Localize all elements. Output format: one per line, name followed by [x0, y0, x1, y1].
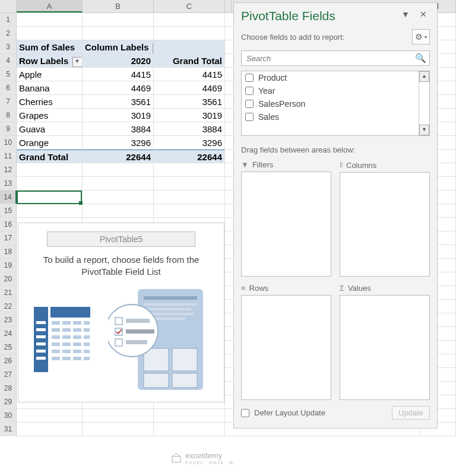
- col-header-b[interactable]: B: [83, 0, 154, 12]
- row-header-22[interactable]: 22: [0, 300, 17, 313]
- cell-c13[interactable]: [154, 177, 225, 190]
- cell-c6[interactable]: 4469: [154, 81, 225, 94]
- row-header-26[interactable]: 26: [0, 354, 17, 367]
- col-header-d-edge[interactable]: [225, 0, 232, 12]
- cell-c1[interactable]: [154, 13, 225, 26]
- cell-a3[interactable]: Sum of Sales: [17, 40, 83, 53]
- cell-a1[interactable]: [17, 13, 83, 26]
- cell-c10[interactable]: 3296: [154, 136, 225, 149]
- cell-c5[interactable]: 4415: [154, 68, 225, 81]
- cell-a6[interactable]: Banana: [17, 81, 83, 94]
- row-header-31[interactable]: 31: [0, 423, 17, 436]
- cell-c7[interactable]: 3561: [154, 95, 225, 108]
- cell-b30[interactable]: [83, 409, 154, 422]
- cell-b15[interactable]: [83, 204, 154, 217]
- row-header-29[interactable]: 29: [0, 395, 17, 408]
- row-header-17[interactable]: 17: [0, 231, 17, 245]
- cell-b13[interactable]: [83, 177, 154, 190]
- row-header-14[interactable]: 14: [0, 191, 17, 204]
- columns-dropzone[interactable]: [340, 172, 430, 277]
- row-header-2[interactable]: 2: [0, 27, 17, 40]
- cell-c30[interactable]: [154, 409, 225, 422]
- field-sales-checkbox[interactable]: [245, 113, 254, 121]
- cell-c31[interactable]: [154, 423, 225, 436]
- cell-a5[interactable]: Apple: [17, 68, 83, 81]
- field-year-checkbox[interactable]: [245, 87, 254, 95]
- defer-checkbox[interactable]: [241, 409, 249, 417]
- scroll-down-icon[interactable]: ▼: [419, 125, 429, 135]
- cell-c4[interactable]: Grand Total: [154, 54, 225, 67]
- field-salesperson-checkbox[interactable]: [245, 100, 254, 108]
- field-salesperson[interactable]: SalesPerson: [242, 97, 429, 110]
- cell-b10[interactable]: 3296: [83, 136, 154, 149]
- cell-a9[interactable]: Guava: [17, 122, 83, 135]
- row-header-4[interactable]: 4: [0, 54, 17, 67]
- row-header-3[interactable]: 3: [0, 40, 17, 53]
- cell-a8[interactable]: Grapes: [17, 109, 83, 122]
- cell-c8[interactable]: 3019: [154, 109, 225, 122]
- row-header-25[interactable]: 25: [0, 341, 17, 354]
- pane-dropdown-icon[interactable]: ▼: [399, 9, 412, 23]
- row-header-16[interactable]: 16: [0, 218, 17, 231]
- cell-b9[interactable]: 3884: [83, 122, 154, 135]
- field-product-checkbox[interactable]: [245, 74, 254, 82]
- cell-c3[interactable]: [154, 40, 225, 53]
- cell-b1[interactable]: [83, 13, 154, 26]
- cell-b3[interactable]: Column Labels ▼: [83, 40, 154, 53]
- cell-b4[interactable]: 2020: [83, 54, 154, 67]
- cell-a4[interactable]: Row Labels ▼: [17, 54, 83, 67]
- field-scrollbar[interactable]: ▲ ▼: [419, 71, 429, 135]
- row-header-28[interactable]: 28: [0, 382, 17, 395]
- rows-dropzone[interactable]: [241, 295, 331, 400]
- row-header-6[interactable]: 6: [0, 81, 17, 94]
- cell-a12[interactable]: [17, 163, 83, 176]
- update-button[interactable]: Update: [392, 406, 430, 420]
- row-header-5[interactable]: 5: [0, 68, 17, 81]
- cell-b7[interactable]: 3561: [83, 95, 154, 108]
- cell-a7[interactable]: Cherries: [17, 95, 83, 108]
- cell-b31[interactable]: [83, 423, 154, 436]
- cell-a14[interactable]: [17, 191, 83, 204]
- row-header-27[interactable]: 27: [0, 368, 17, 381]
- row-header-18[interactable]: 18: [0, 245, 17, 258]
- gear-icon[interactable]: ⚙: [412, 29, 430, 45]
- row-header-8[interactable]: 8: [0, 109, 17, 122]
- cell-c2[interactable]: [154, 27, 225, 40]
- col-header-c[interactable]: C: [154, 0, 225, 12]
- row-header-10[interactable]: 10: [0, 136, 17, 149]
- cell-b11[interactable]: 22644: [83, 150, 154, 163]
- row-header-13[interactable]: 13: [0, 177, 17, 190]
- row-header-7[interactable]: 7: [0, 95, 17, 108]
- cell-a11[interactable]: Grand Total: [17, 150, 83, 163]
- scroll-up-icon[interactable]: ▲: [419, 71, 429, 82]
- cell-a2[interactable]: [17, 27, 83, 40]
- filters-dropzone[interactable]: [241, 172, 331, 277]
- cell-a15[interactable]: [17, 204, 83, 217]
- row-header-1[interactable]: 1: [0, 13, 17, 26]
- scroll-track[interactable]: [419, 82, 429, 125]
- cell-b12[interactable]: [83, 163, 154, 176]
- cell-c15[interactable]: [154, 204, 225, 217]
- row-header-21[interactable]: 21: [0, 286, 17, 299]
- cell-a13[interactable]: [17, 177, 83, 190]
- cell-a31[interactable]: [17, 423, 83, 436]
- field-year[interactable]: Year: [242, 84, 429, 97]
- select-all-corner[interactable]: [0, 0, 17, 12]
- cell-c9[interactable]: 3884: [154, 122, 225, 135]
- cell-b14[interactable]: [83, 191, 154, 204]
- row-header-11[interactable]: 11: [0, 150, 17, 163]
- row-labels-dropdown[interactable]: ▼: [72, 57, 83, 67]
- search-input[interactable]: [241, 50, 430, 66]
- cell-a10[interactable]: Orange: [17, 136, 83, 149]
- row-header-20[interactable]: 20: [0, 272, 17, 285]
- row-header-30[interactable]: 30: [0, 409, 17, 422]
- close-icon[interactable]: ✕: [417, 9, 430, 23]
- row-header-19[interactable]: 19: [0, 259, 17, 272]
- field-sales[interactable]: Sales: [242, 110, 429, 123]
- values-dropzone[interactable]: [340, 295, 430, 400]
- cell-c11[interactable]: 22644: [154, 150, 225, 163]
- cell-c12[interactable]: [154, 163, 225, 176]
- cell-a30[interactable]: [17, 409, 83, 422]
- row-header-12[interactable]: 12: [0, 163, 17, 176]
- cell-b5[interactable]: 4415: [83, 68, 154, 81]
